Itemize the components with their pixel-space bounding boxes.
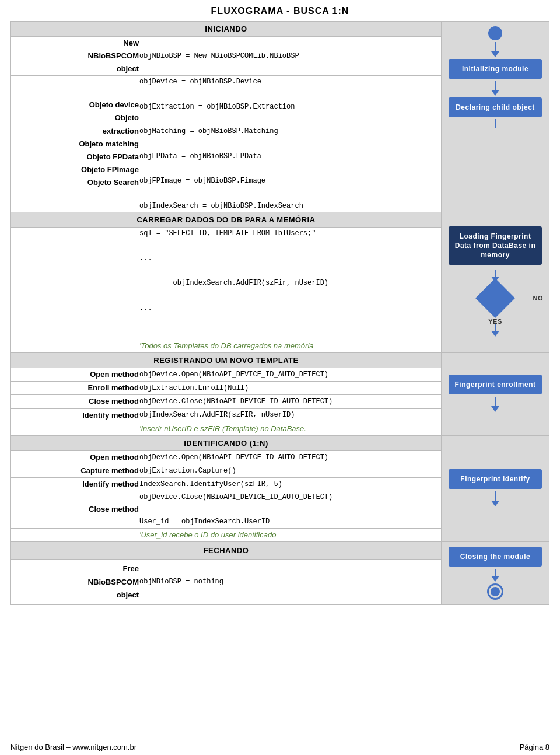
id-close-label: Close method [11, 491, 139, 528]
section-iniciando-header: INICIANDO Initializing module Declaring … [11, 22, 550, 37]
fc-diamond-area: NO YES [446, 270, 544, 313]
registrando-label: REGISTRANDO UM NOVO TEMPLATE [11, 353, 442, 368]
fc-start-circle [488, 26, 502, 40]
id-open-label: Open method [11, 450, 139, 464]
fc-declaring-box: Declaring child object [449, 97, 542, 117]
footer-left: Nitgen do Brasil – www.nitgen.com.br [10, 743, 136, 751]
reg-identify-code: objIndexSearch.AddFIR(szFIR, nUserID) [139, 408, 442, 422]
id-capture-code: objExtraction.Capture() [139, 464, 442, 477]
section-carregar-header: CARREGAR DADOS DO DB PARA A MEMÓRIA Load… [11, 212, 550, 228]
section-registrando-header: REGISTRANDO UM NOVO TEMPLATE Fingerprint… [11, 353, 550, 368]
id-open-code: objDevice.Open(NBioAPI_DEVICE_ID_AUTO_DE… [139, 450, 442, 464]
free-object-code: objNBioBSP = nothing [139, 560, 442, 605]
fc-arrow-5 [446, 324, 544, 337]
new-object-label: New NBioBSPCOM object [11, 37, 139, 76]
fc-arrow-7 [446, 491, 544, 506]
fc-arrow-2 [442, 81, 549, 96]
fc-fp-identify-box: Fingerprint identify [449, 469, 542, 489]
identificando-label: IDENTIFICANDO (1:N) [11, 435, 442, 450]
id-note-code: 'User_id recebe o ID do user identificad… [139, 528, 442, 541]
reg-note-label-empty [11, 422, 139, 435]
id-identify-label: Identify method [11, 477, 139, 491]
fc-arrow-6 [446, 397, 544, 412]
declare-code: objDevice = objNBioBSP.Device objExtract… [139, 76, 442, 212]
reg-close-label: Close method [11, 395, 139, 408]
id-note-label-empty [11, 528, 139, 541]
reg-open-code: objDevice.Open(NBioAPI_DEVICE_ID_AUTO_DE… [139, 368, 442, 382]
fc-arrow-3 [442, 119, 549, 128]
fc-initializing-box: Initializing module [449, 59, 542, 79]
fc-end-circle [487, 583, 503, 600]
reg-identify-label: Identify method [11, 408, 139, 422]
fc-closing-box: Closing the module [449, 547, 542, 567]
iniciando-label: INICIANDO [11, 22, 442, 37]
declare-labels: Objeto device Objetoextraction Objeto ma… [11, 76, 139, 212]
carregar-label: CARREGAR DADOS DO DB PARA A MEMÓRIA [11, 212, 442, 228]
reg-enroll-code: objExtraction.Enroll(Null) [139, 382, 442, 395]
load-label-empty [11, 228, 139, 353]
fc-loading-box: Loading Fingerprint Data from DataBase i… [449, 226, 542, 265]
fechando-label: FECHANDO [11, 541, 442, 559]
fc-arrow-1 [442, 42, 549, 57]
page-footer: Nitgen do Brasil – www.nitgen.com.br Pág… [0, 739, 560, 755]
footer-right: Página 8 [520, 743, 550, 751]
reg-open-label: Open method [11, 368, 139, 382]
id-identify-code: IndexSearch.IdentifyUser(szFIR, 5) [139, 477, 442, 491]
main-content: INICIANDO Initializing module Declaring … [10, 21, 550, 605]
fc-arrow-8 [446, 569, 544, 582]
new-object-code: objNBioBSP = New NBioBSPCOMLib.NBioBSP [139, 37, 442, 76]
fc-diamond: NO YES [446, 284, 544, 312]
id-close-code: objDevice.Close(NBioAPI_DEVICE_ID_AUTO_D… [139, 491, 442, 528]
page-title: FLUXOGRAMA - BUSCA 1:N [0, 0, 560, 21]
section-identificando-header: IDENTIFICANDO (1:N) Fingerprint identify [11, 435, 550, 450]
section-fechando-header: FECHANDO Closing the module [11, 541, 550, 559]
flowchart-table: INICIANDO Initializing module Declaring … [10, 21, 550, 605]
id-capture-label: Capture method [11, 464, 139, 477]
fc-enrollment-box: Fingerprint enrollment [449, 375, 542, 394]
free-object-label: Free NBioBSPCOM object [11, 560, 139, 605]
load-code: sql = "SELECT ID, TEMPLATE FROM TblUsers… [139, 228, 442, 353]
reg-note-code: 'Inserir nUserID e szFIR (Template) no D… [139, 422, 442, 435]
reg-close-code: objDevice.Close(NBioAPI_DEVICE_ID_AUTO_D… [139, 395, 442, 408]
reg-enroll-label: Enroll method [11, 382, 139, 395]
